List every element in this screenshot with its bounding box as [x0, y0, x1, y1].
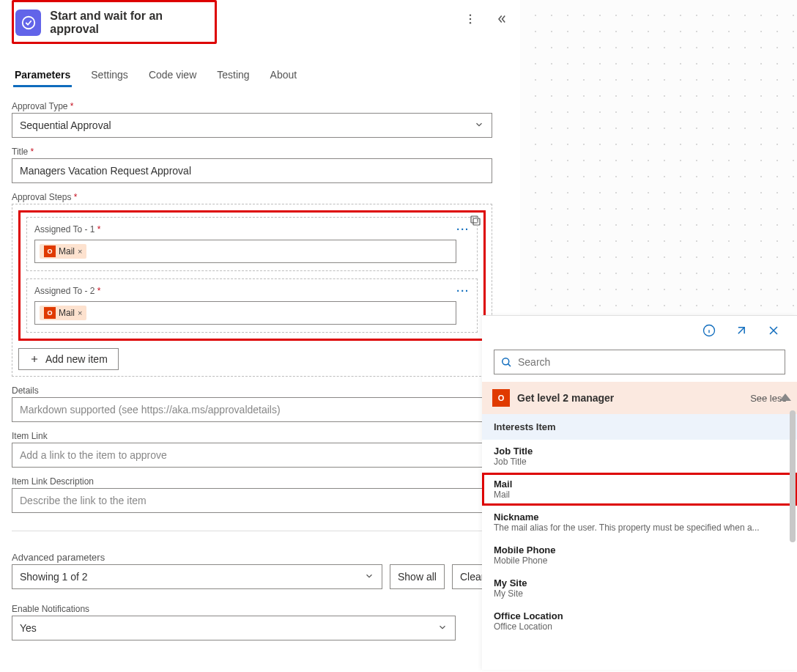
- flyout-item-mail[interactable]: MailMail: [482, 473, 797, 506]
- flyout-card-title: Get level 2 manager: [517, 392, 614, 404]
- remove-token-icon[interactable]: ×: [78, 247, 82, 256]
- add-new-item-button[interactable]: Add new item: [18, 348, 119, 370]
- tab-testing[interactable]: Testing: [215, 64, 251, 87]
- step-2-menu-icon[interactable]: ···: [456, 285, 470, 297]
- separator: [12, 531, 492, 531]
- flyout-item-title: Mobile Phone: [494, 544, 785, 555]
- svg-line-10: [508, 364, 511, 366]
- tab-parameters[interactable]: Parameters: [13, 64, 72, 87]
- tab-settings[interactable]: Settings: [89, 64, 130, 87]
- flyout-section-header: Interests Item: [482, 414, 797, 440]
- flyout-list[interactable]: Interests Item Job TitleJob TitleMailMai…: [482, 414, 797, 638]
- chevron-down-icon: [474, 119, 484, 132]
- flyout-item-title: Job Title: [494, 446, 785, 457]
- details-label: Details: [12, 385, 511, 396]
- approval-type-value: Sequential Approval: [20, 119, 111, 131]
- assigned-to-2-label: Assigned To - 2 *: [34, 286, 101, 296]
- office-icon: O: [492, 389, 510, 407]
- item-link-input[interactable]: Add a link to the item to approve: [12, 443, 492, 468]
- flyout-item-title: Nickname: [494, 512, 785, 523]
- close-icon[interactable]: [766, 323, 782, 339]
- show-all-button[interactable]: Show all: [390, 564, 445, 589]
- tab-about[interactable]: About: [269, 64, 299, 87]
- flyout-item-desc: Mail: [494, 490, 785, 500]
- flyout-search-input[interactable]: [494, 350, 785, 374]
- office-icon: O: [44, 307, 56, 319]
- flyout-item-title: My Site: [494, 577, 785, 588]
- approvals-icon: [15, 10, 41, 36]
- approval-step-1: Assigned To - 1 * ··· O Mail ×: [26, 217, 478, 271]
- triangle-up-icon: [779, 394, 791, 401]
- title-value: Managers Vacation Request Approval: [20, 165, 191, 177]
- step-1-menu-icon[interactable]: ···: [456, 224, 470, 235]
- flyout-item-nickname[interactable]: NicknameThe mail alias for the user. Thi…: [482, 506, 797, 539]
- flyout-item-desc: Office Location: [494, 621, 785, 632]
- more-vertical-icon[interactable]: [461, 10, 479, 28]
- enable-notifications-label: Enable Notifications: [12, 604, 511, 614]
- assigned-to-1-input[interactable]: O Mail ×: [34, 240, 456, 263]
- tab-bar: Parameters Settings Code view Testing Ab…: [13, 64, 511, 88]
- flyout-scrollbar[interactable]: [790, 410, 796, 542]
- remove-token-icon[interactable]: ×: [78, 309, 82, 317]
- dynamic-content-flyout: O Get level 2 manager See less Interests…: [482, 315, 797, 670]
- search-icon: [500, 355, 513, 371]
- flyout-item-job-title[interactable]: Job TitleJob Title: [482, 440, 797, 473]
- assigned-to-2-input[interactable]: O Mail ×: [34, 301, 456, 325]
- title-input[interactable]: Managers Vacation Request Approval: [12, 158, 492, 183]
- approval-step-2: Assigned To - 2 * ··· O Mail ×: [26, 278, 478, 333]
- approval-steps-label: Approval Steps: [12, 192, 511, 202]
- canvas-background: [520, 0, 797, 315]
- office-icon: O: [44, 245, 56, 257]
- flyout-item-office-location[interactable]: Office LocationOffice Location: [482, 605, 797, 638]
- svg-point-1: [470, 15, 471, 16]
- flyout-item-title: Mail: [494, 479, 785, 490]
- enable-notifications-select[interactable]: Yes: [12, 616, 456, 640]
- assigned-to-1-label: Assigned To - 1 *: [34, 224, 101, 235]
- advanced-params-label: Advanced parameters: [12, 552, 511, 563]
- flyout-item-desc: My Site: [494, 588, 785, 599]
- flyout-item-my-site[interactable]: My SiteMy Site: [482, 572, 797, 605]
- item-link-desc-input[interactable]: Describe the link to the item: [12, 488, 492, 513]
- mail-token-1[interactable]: O Mail ×: [40, 244, 86, 259]
- action-title: Start and wait for an approval: [50, 10, 212, 36]
- flyout-item-title: Office Location: [494, 610, 785, 621]
- svg-point-0: [22, 17, 34, 29]
- collapse-panel-icon[interactable]: [492, 10, 510, 28]
- info-icon[interactable]: [702, 323, 718, 339]
- title-label: Title: [12, 147, 511, 157]
- tab-code-view[interactable]: Code view: [147, 64, 198, 87]
- svg-point-2: [470, 18, 471, 20]
- approval-steps-container: Assigned To - 1 * ··· O Mail ×: [12, 204, 492, 377]
- flyout-item-desc: The mail alias for the user. This proper…: [494, 523, 785, 533]
- item-link-desc-label: Item Link Description: [12, 476, 511, 487]
- chevron-down-icon: [437, 622, 448, 635]
- flyout-item-desc: Mobile Phone: [494, 555, 785, 566]
- flyout-item-desc: Job Title: [494, 457, 785, 467]
- plus-icon: [29, 354, 40, 364]
- action-header: Start and wait for an approval: [12, 0, 217, 44]
- approval-type-select[interactable]: Sequential Approval: [12, 113, 492, 138]
- item-link-label: Item Link: [12, 431, 511, 441]
- details-input[interactable]: Markdown supported (see https://aka.ms/a…: [12, 397, 492, 422]
- svg-point-9: [503, 358, 509, 365]
- approval-type-label: Approval Type: [12, 101, 511, 111]
- advanced-params-select[interactable]: Showing 1 of 2: [12, 564, 382, 589]
- approval-steps-highlight: Assigned To - 1 * ··· O Mail ×: [18, 210, 486, 341]
- flyout-source-card[interactable]: O Get level 2 manager See less: [482, 382, 797, 414]
- chevron-down-icon: [364, 571, 374, 583]
- action-panel: Start and wait for an approval Parameter…: [0, 0, 520, 672]
- svg-point-3: [470, 22, 471, 23]
- mail-token-2[interactable]: O Mail ×: [40, 306, 86, 320]
- flyout-item-mobile-phone[interactable]: Mobile PhoneMobile Phone: [482, 539, 797, 572]
- expand-icon[interactable]: [734, 323, 750, 339]
